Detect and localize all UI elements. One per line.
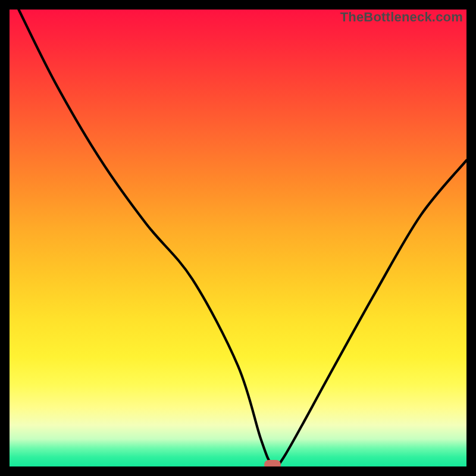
bottleneck-curve [10, 10, 466, 466]
optimum-marker [264, 460, 281, 466]
plot-area: TheBottleneck.com [10, 10, 466, 466]
curve-path [18, 10, 466, 466]
chart-frame: TheBottleneck.com [0, 0, 476, 476]
